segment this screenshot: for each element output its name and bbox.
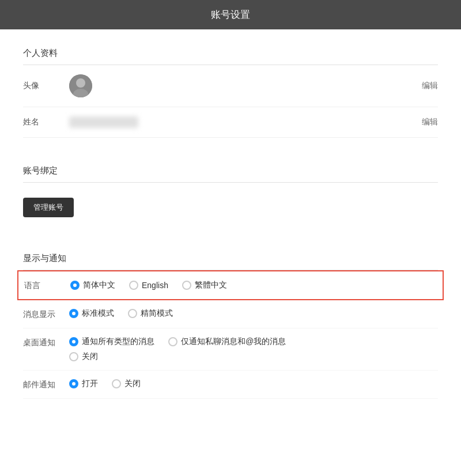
message-display-row: 消息显示 标准模式 精简模式 bbox=[23, 300, 438, 328]
lang-radio-traditional[interactable] bbox=[182, 281, 191, 290]
email-label-on: 打开 bbox=[82, 379, 98, 389]
name-row: 姓名 编辑 bbox=[23, 107, 438, 138]
lang-option-traditional[interactable]: 繁體中文 bbox=[182, 280, 227, 290]
message-display-options: 标准模式 精简模式 bbox=[69, 308, 173, 319]
desktop-radio-all[interactable] bbox=[69, 337, 78, 346]
email-radio-off[interactable] bbox=[112, 379, 121, 388]
section-title-display: 显示与通知 bbox=[23, 235, 438, 270]
name-label: 姓名 bbox=[23, 117, 69, 127]
desktop-label-off: 关闭 bbox=[82, 352, 98, 362]
lang-label-traditional: 繁體中文 bbox=[195, 280, 227, 290]
lang-option-english[interactable]: English bbox=[129, 281, 168, 290]
avatar-edit-button[interactable]: 编辑 bbox=[422, 81, 438, 91]
msg-option-simple[interactable]: 精简模式 bbox=[128, 308, 173, 319]
desktop-notify-label: 桌面通知 bbox=[23, 337, 69, 348]
email-notify-row: 邮件通知 打开 关闭 bbox=[23, 371, 438, 399]
desktop-option-all[interactable]: 通知所有类型的消息 bbox=[69, 337, 154, 347]
email-notify-options: 打开 关闭 bbox=[69, 379, 141, 389]
svg-point-1 bbox=[76, 78, 85, 88]
section-account-binding: 账号绑定 管理账号 bbox=[23, 147, 438, 230]
desktop-notify-row: 桌面通知 通知所有类型的消息 仅通知私聊消息和@我的消息 关闭 bbox=[23, 328, 438, 371]
msg-radio-standard[interactable] bbox=[69, 309, 78, 318]
desktop-label-all: 通知所有类型的消息 bbox=[82, 337, 154, 347]
avatar bbox=[69, 74, 92, 97]
section-display-notify: 显示与通知 语言 简体中文 English 繁體中文 bbox=[23, 235, 438, 399]
desktop-radio-private[interactable] bbox=[168, 337, 177, 346]
lang-radio-english[interactable] bbox=[129, 281, 138, 290]
manage-account-button[interactable]: 管理账号 bbox=[23, 198, 74, 217]
email-notify-label: 邮件通知 bbox=[23, 379, 69, 390]
msg-radio-simple[interactable] bbox=[128, 309, 137, 318]
email-label-off: 关闭 bbox=[124, 379, 141, 389]
name-value-blurred bbox=[69, 116, 138, 128]
language-row: 语言 简体中文 English 繁體中文 bbox=[17, 270, 444, 300]
desktop-radio-off[interactable] bbox=[69, 352, 78, 361]
avatar-row: 头像 编辑 bbox=[23, 65, 438, 107]
lang-label-english: English bbox=[142, 281, 168, 290]
email-option-off[interactable]: 关闭 bbox=[112, 379, 141, 389]
desktop-label-private: 仅通知私聊消息和@我的消息 bbox=[181, 337, 286, 347]
lang-radio-simplified[interactable] bbox=[70, 281, 80, 290]
section-profile: 个人资料 头像 编辑 姓名 编辑 bbox=[23, 29, 438, 138]
avatar-label: 头像 bbox=[23, 81, 69, 91]
language-label: 语言 bbox=[24, 279, 70, 291]
lang-option-simplified[interactable]: 简体中文 bbox=[70, 280, 115, 290]
email-option-on[interactable]: 打开 bbox=[69, 379, 98, 389]
section-title-binding: 账号绑定 bbox=[23, 147, 438, 182]
section-title-profile: 个人资料 bbox=[23, 29, 438, 65]
desktop-option-private[interactable]: 仅通知私聊消息和@我的消息 bbox=[168, 337, 286, 347]
msg-label-simple: 精简模式 bbox=[141, 308, 173, 319]
lang-label-simplified: 简体中文 bbox=[83, 280, 115, 290]
msg-label-standard: 标准模式 bbox=[82, 308, 114, 319]
desktop-notify-options: 通知所有类型的消息 仅通知私聊消息和@我的消息 关闭 bbox=[69, 337, 286, 362]
header: 账号设置 bbox=[0, 0, 461, 29]
message-display-label: 消息显示 bbox=[23, 308, 69, 320]
name-edit-button[interactable]: 编辑 bbox=[422, 117, 438, 127]
language-options: 简体中文 English 繁體中文 bbox=[70, 280, 227, 290]
page-title: 账号设置 bbox=[211, 9, 250, 20]
msg-option-standard[interactable]: 标准模式 bbox=[69, 308, 114, 319]
desktop-option-off[interactable]: 关闭 bbox=[69, 352, 98, 362]
email-radio-on[interactable] bbox=[69, 379, 78, 388]
